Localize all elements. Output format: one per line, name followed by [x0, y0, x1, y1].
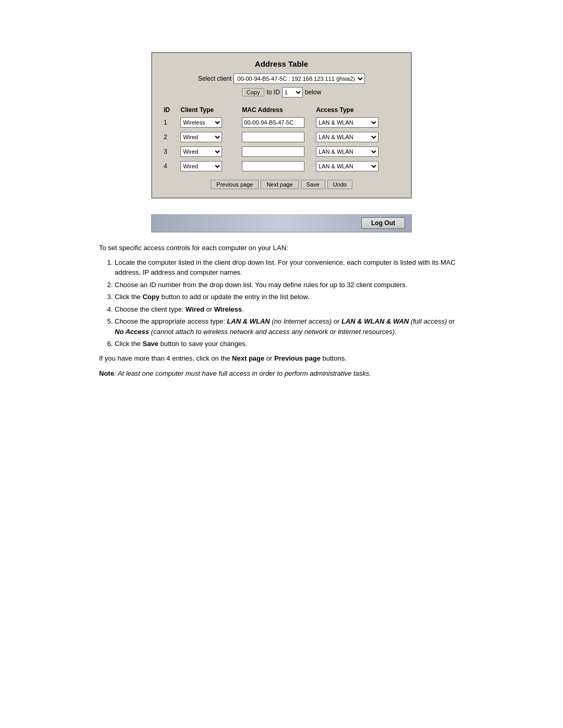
mac-input[interactable] — [242, 132, 304, 142]
mac-input[interactable] — [242, 117, 304, 128]
step-1: Locate the computer listed in the client… — [115, 257, 464, 278]
table-row: 2WirelessWiredLAN & WLANLAN & WLAN & WAN… — [161, 130, 402, 144]
row-mac — [239, 144, 313, 159]
extra-info: If you have more than 4 entries, click o… — [99, 353, 464, 364]
logout-bar: Log Out — [151, 214, 412, 232]
table-row: 3WirelessWiredLAN & WLANLAN & WLAN & WAN… — [161, 144, 402, 159]
access-type-select[interactable]: LAN & WLANLAN & WLAN & WANNo Access — [316, 161, 378, 171]
access-type-select[interactable]: LAN & WLANLAN & WLAN & WANNo Access — [316, 132, 378, 142]
row-mac — [239, 115, 313, 130]
row-client-type: WirelessWired — [177, 115, 239, 130]
mac-input[interactable] — [242, 161, 304, 171]
access-type-select[interactable]: LAN & WLANLAN & WLAN & WANNo Access — [316, 117, 378, 128]
row-id: 4 — [161, 159, 177, 174]
step-2: Choose an ID number from the drop down l… — [115, 280, 464, 290]
panel-title: Address Table — [161, 59, 402, 68]
col-id: ID — [161, 105, 177, 115]
client-type-select[interactable]: WirelessWired — [180, 146, 222, 157]
mac-input[interactable] — [242, 146, 304, 157]
col-access-type: Access Type — [313, 105, 402, 115]
row-access-type: LAN & WLANLAN & WLAN & WANNo Access — [313, 130, 402, 144]
table-row: 1WirelessWiredLAN & WLANLAN & WLAN & WAN… — [161, 115, 402, 130]
row-client-type: WirelessWired — [177, 159, 239, 174]
row-id: 1 — [161, 115, 177, 130]
bottom-buttons: Previous page Next page Save Undo — [161, 180, 402, 189]
client-type-select[interactable]: WirelessWired — [180, 117, 222, 128]
copy-row: Copy to ID 1 2 3 4 below — [161, 87, 402, 97]
instructions-intro: To set specific access controls for each… — [99, 243, 464, 253]
to-id-label: to ID — [266, 89, 279, 96]
step-5: Choose the appropriate access type: LAN … — [115, 316, 464, 337]
page-footer: 32 Asanté FriendlyNET Internet Router wi… — [63, 721, 500, 728]
previous-page-button[interactable]: Previous page — [211, 180, 259, 189]
access-type-select[interactable]: LAN & WLANLAN & WLAN & WANNo Access — [316, 146, 378, 157]
step-3: Click the Copy button to add or update t… — [115, 292, 464, 302]
row-client-type: WirelessWired — [177, 144, 239, 159]
below-label: below — [305, 89, 321, 96]
row-client-type: WirelessWired — [177, 130, 239, 144]
table-row: 4WirelessWiredLAN & WLANLAN & WLAN & WAN… — [161, 159, 402, 174]
copy-button[interactable]: Copy — [242, 88, 265, 96]
instructions: To set specific access controls for each… — [99, 243, 464, 379]
undo-button[interactable]: Undo — [327, 180, 352, 189]
address-table: ID Client Type MAC Address Access Type 1… — [161, 105, 402, 174]
row-access-type: LAN & WLANLAN & WLAN & WANNo Access — [313, 159, 402, 174]
select-client-row: Select client 00-00-94-B5-47-5C : 192.16… — [161, 73, 402, 84]
col-client-type: Client Type — [177, 105, 239, 115]
row-mac — [239, 130, 313, 144]
client-select[interactable]: 00-00-94-B5-47-5C : 192.168.123.111 (jhs… — [234, 73, 365, 84]
client-type-select[interactable]: WirelessWired — [180, 161, 222, 171]
instructions-list: Locate the computer listed in the client… — [115, 257, 464, 349]
client-type-select[interactable]: WirelessWired — [180, 132, 222, 142]
step-6: Click the Save button to save your chang… — [115, 339, 464, 349]
row-mac — [239, 159, 313, 174]
next-page-button[interactable]: Next page — [261, 180, 298, 189]
row-id: 2 — [161, 130, 177, 144]
note-paragraph: Note: At least one computer must have fu… — [99, 368, 464, 379]
row-access-type: LAN & WLANLAN & WLAN & WANNo Access — [313, 115, 402, 130]
address-table-panel: Address Table Select client 00-00-94-B5-… — [151, 52, 412, 199]
row-id: 3 — [161, 144, 177, 159]
logout-button[interactable]: Log Out — [361, 217, 405, 229]
id-select[interactable]: 1 2 3 4 — [282, 87, 303, 97]
select-client-label: Select client — [198, 75, 232, 82]
save-button[interactable]: Save — [301, 180, 325, 189]
step-4: Choose the client type: Wired or Wireles… — [115, 304, 464, 315]
col-mac-address: MAC Address — [239, 105, 313, 115]
row-access-type: LAN & WLANLAN & WLAN & WANNo Access — [313, 144, 402, 159]
